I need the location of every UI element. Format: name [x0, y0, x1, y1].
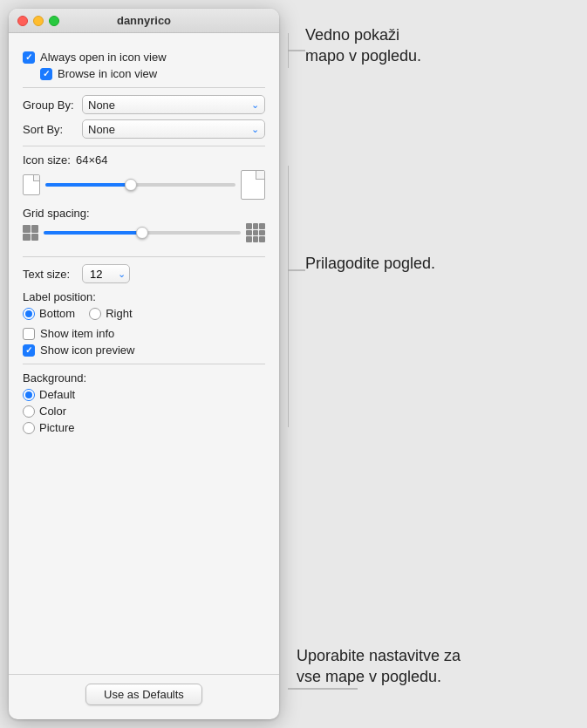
window-content: Always open in icon view Browse in icon …: [9, 33, 279, 674]
annotation-middle: Prilagodite pogled.: [305, 253, 435, 274]
section-background: Background: Default Color Picture: [23, 364, 265, 441]
browse-checkbox[interactable]: [40, 68, 52, 80]
section-sort: Group By: None ⌄ Sort By: None ⌄: [23, 88, 265, 146]
radio-picture-label: Picture: [39, 421, 74, 434]
close-button[interactable]: [17, 16, 28, 26]
radio-picture[interactable]: [23, 422, 35, 434]
grid-spacing-label: Grid spacing:: [23, 207, 90, 220]
text-size-value: 12: [90, 268, 102, 281]
browse-label: Browse in icon view: [58, 67, 157, 80]
sort-by-arrow: ⌄: [251, 124, 259, 135]
radio-default-item[interactable]: Default: [23, 388, 265, 401]
icon-size-label: Icon size:: [23, 153, 71, 167]
label-position-radio-row: Bottom Right: [23, 307, 265, 320]
sort-by-label: Sort By:: [23, 123, 82, 136]
small-file-icon: [23, 174, 40, 195]
sort-by-row: Sort By: None ⌄: [23, 119, 265, 139]
radio-default-label: Default: [39, 388, 75, 401]
grid-spacing-slider[interactable]: [44, 231, 241, 235]
group-by-value: None: [88, 99, 115, 112]
icon-size-slider[interactable]: [45, 183, 235, 187]
browse-row[interactable]: Browse in icon view: [23, 67, 265, 80]
large-grid-icon: [246, 223, 265, 242]
footer: Use as Defaults: [9, 674, 279, 719]
title-bar: dannyrico: [9, 9, 279, 33]
radio-right[interactable]: [89, 308, 101, 320]
always-open-label: Always open in icon view: [40, 51, 167, 64]
sort-by-value: None: [88, 123, 115, 136]
always-open-checkbox[interactable]: [23, 51, 35, 64]
radio-picture-item[interactable]: Picture: [23, 421, 265, 434]
minimize-button[interactable]: [33, 16, 44, 26]
traffic-lights: [17, 16, 59, 26]
always-open-row[interactable]: Always open in icon view: [23, 51, 265, 64]
group-by-select[interactable]: None ⌄: [82, 95, 265, 114]
section-icon-grid: Icon size: 64×64 Grid spacing:: [23, 146, 265, 257]
icon-size-slider-row: [23, 170, 265, 200]
text-size-arrow: ⌄: [118, 269, 126, 280]
group-by-row: Group By: None ⌄: [23, 95, 265, 114]
radio-right-label: Right: [106, 307, 132, 320]
finder-window: dannyrico Always open in icon view Brows…: [9, 9, 279, 719]
large-file-icon: [241, 170, 265, 200]
radio-bottom-label: Bottom: [39, 307, 75, 320]
small-grid-icon: [23, 225, 38, 241]
maximize-button[interactable]: [49, 16, 59, 26]
use-as-defaults-button[interactable]: Use as Defaults: [85, 684, 202, 705]
annotation-top: Vedno pokaži mapo v pogledu.: [305, 24, 421, 67]
radio-bottom[interactable]: [23, 308, 35, 320]
icon-size-label-row: Icon size: 64×64: [23, 153, 265, 167]
annotation-bottom: Uporabite nastavitve za vse mape v pogle…: [297, 645, 461, 688]
show-icon-preview-label: Show icon preview: [40, 344, 134, 357]
annotation-lines-svg: [288, 0, 587, 728]
text-size-select[interactable]: 12 ⌄: [82, 264, 130, 283]
group-by-arrow: ⌄: [251, 99, 259, 111]
radio-color-label: Color: [39, 405, 66, 418]
show-icon-preview-checkbox[interactable]: [23, 344, 35, 357]
annotations: Vedno pokaži mapo v pogledu. Prilagodite…: [288, 0, 587, 728]
show-item-info-label: Show item info: [40, 327, 114, 340]
section-view-options: Always open in icon view Browse in icon …: [23, 44, 265, 88]
group-by-label: Group By:: [23, 99, 82, 112]
radio-default[interactable]: [23, 389, 35, 401]
text-size-row: Text size: 12 ⌄: [23, 264, 265, 283]
sort-by-select[interactable]: None ⌄: [82, 119, 265, 139]
show-icon-preview-row[interactable]: Show icon preview: [23, 344, 265, 357]
label-position-label: Label position:: [23, 290, 265, 303]
radio-bottom-item[interactable]: Bottom: [23, 307, 75, 320]
icon-size-value: 64×64: [76, 153, 108, 167]
show-item-info-checkbox[interactable]: [23, 328, 35, 340]
background-label: Background:: [23, 371, 265, 384]
show-item-info-row[interactable]: Show item info: [23, 327, 265, 340]
radio-right-item[interactable]: Right: [89, 307, 132, 320]
radio-color-item[interactable]: Color: [23, 405, 265, 418]
grid-spacing-slider-row: [23, 223, 265, 242]
section-text-options: Text size: 12 ⌄ Label position: Bottom R…: [23, 257, 265, 364]
grid-spacing-label-row: Grid spacing:: [23, 207, 265, 220]
window-title: dannyrico: [117, 14, 171, 27]
radio-color[interactable]: [23, 405, 35, 418]
text-size-label: Text size:: [23, 268, 82, 281]
